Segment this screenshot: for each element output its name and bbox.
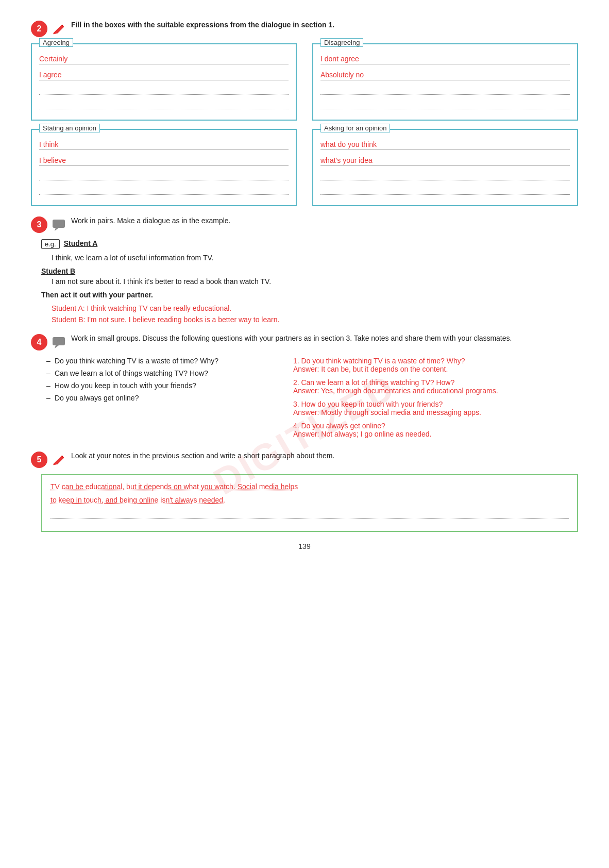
answer-1-q: 1. Do you think watching TV is a waste o… — [293, 357, 578, 365]
pencil-icon-2 — [52, 453, 66, 467]
agreeing-dotted-1 — [39, 86, 289, 95]
student-a-text: I think, we learn a lot of useful inform… — [52, 254, 578, 262]
answer-1: 1. Do you think watching TV is a waste o… — [293, 357, 578, 373]
answer-4-q: 4. Do you always get online? — [293, 422, 578, 430]
student-b-text: I am not sure about it. I think it's bet… — [52, 277, 578, 286]
list-item: Do you always get online? — [46, 394, 283, 402]
agreeing-line-2: I agree — [39, 70, 289, 80]
student-a-label: Student A — [64, 239, 98, 247]
student-b-example: Student B: I'm not sure. I believe readi… — [52, 315, 578, 324]
answer-3-q: 3. How do you keep in touch with your fr… — [293, 400, 578, 408]
paragraph-line-1: TV can be educational, but it depends on… — [50, 482, 569, 491]
paragraph-line-2: to keep in touch, and being online isn't… — [50, 496, 569, 504]
asking-dotted-2 — [320, 186, 570, 195]
section-2: 2 Fill in the boxes with the suitable ex… — [31, 21, 578, 206]
disagreeing-label: Disagreeing — [320, 38, 363, 47]
paragraph-dotted — [50, 509, 569, 519]
stating-label: Stating an opinion — [39, 124, 100, 132]
asking-label: Asking for an opinion — [320, 124, 390, 132]
section-4-badge: 4 — [31, 334, 47, 350]
disagreeing-line-2: Absolutely no — [320, 70, 570, 80]
list-item: Do you think watching TV is a waste of t… — [46, 357, 283, 365]
answer-1-a: Answer: It can be, but it depends on the… — [293, 365, 578, 373]
answers-col: 1. Do you think watching TV is a waste o… — [293, 357, 578, 443]
asking-dotted-1 — [320, 171, 570, 180]
then-act: Then act it out with your partner. — [41, 291, 578, 299]
student-b-label: Student B — [41, 267, 578, 275]
page: DIGITIZED 2 Fill in the boxes with the s… — [0, 0, 609, 868]
stating-line-1: I think — [39, 139, 289, 150]
section-3-instruction: Work in pairs. Make a dialogue as in the… — [71, 216, 230, 225]
answer-2-q: 2. Can we learn a lot of things watching… — [293, 378, 578, 387]
agreeing-box: Agreeing Certainly I agree — [31, 43, 297, 121]
disagreeing-dotted-2 — [320, 100, 570, 109]
stating-dotted-1 — [39, 171, 289, 180]
pencil-icon — [52, 22, 66, 36]
stating-box: Stating an opinion I think I believe — [31, 129, 297, 206]
asking-line-2: what's your idea — [320, 155, 570, 166]
answer-2: 2. Can we learn a lot of things watching… — [293, 378, 578, 395]
section-5-badge: 5 — [31, 452, 47, 468]
answer-3-a: Answer: Mostly through social media and … — [293, 408, 578, 416]
answer-4-a: Answer: Not always; I go online as neede… — [293, 430, 578, 438]
disagreeing-line-1: I dont agree — [320, 54, 570, 64]
agreeing-dotted-2 — [39, 100, 289, 109]
agreeing-line-1: Certainly — [39, 54, 289, 64]
stating-line-2: I believe — [39, 155, 289, 166]
svg-rect-0 — [53, 220, 65, 228]
section-2-badge: 2 — [31, 21, 47, 37]
section-3: 3 Work in pairs. Make a dialogue as in t… — [31, 216, 578, 324]
section-3-badge: 3 — [31, 216, 47, 233]
list-item: Can we learn a lot of things watching TV… — [46, 369, 283, 377]
section-5: 5 Look at your notes in the previous sec… — [31, 452, 578, 532]
asking-line-1: what do you think — [320, 139, 570, 150]
answer-2-a: Answer: Yes, through documentaries and e… — [293, 387, 578, 395]
answer-4: 4. Do you always get online? Answer: Not… — [293, 422, 578, 438]
svg-rect-2 — [53, 337, 65, 345]
svg-marker-3 — [55, 345, 59, 348]
paragraph-box: TV can be educational, but it depends on… — [41, 474, 578, 532]
eg-badge: e.g. — [41, 239, 60, 249]
asking-box: Asking for an opinion what do you think … — [312, 129, 578, 206]
page-number: 139 — [31, 542, 578, 550]
section-4: 4 Work in small groups. Discuss the foll… — [31, 334, 578, 443]
disagreeing-dotted-1 — [320, 86, 570, 95]
questions-col: Do you think watching TV is a waste of t… — [41, 357, 283, 443]
section-2-instruction: Fill in the boxes with the suitable expr… — [71, 21, 334, 29]
answer-3: 3. How do you keep in touch with your fr… — [293, 400, 578, 416]
stating-dotted-2 — [39, 186, 289, 195]
question-list: Do you think watching TV is a waste of t… — [46, 357, 283, 402]
student-a-example: Student A: I think watching TV can be re… — [52, 304, 578, 312]
chat-icon-2 — [52, 335, 66, 349]
agreeing-label: Agreeing — [39, 38, 73, 47]
disagreeing-box: Disagreeing I dont agree Absolutely no — [312, 43, 578, 121]
svg-marker-1 — [55, 228, 59, 231]
section-5-instruction: Look at your notes in the previous secti… — [71, 452, 334, 460]
section-4-instruction: Work in small groups. Discuss the follow… — [71, 334, 512, 342]
chat-icon — [52, 218, 66, 232]
list-item: How do you keep in touch with your frien… — [46, 381, 283, 390]
